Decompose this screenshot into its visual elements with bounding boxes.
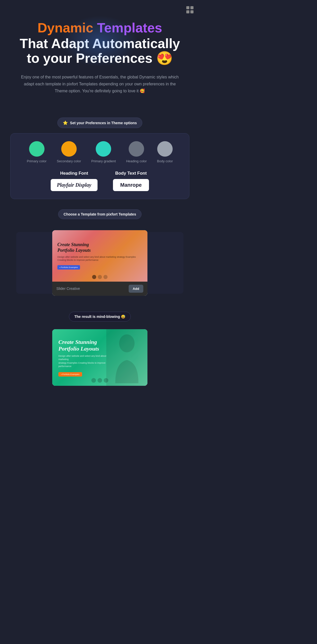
heading-font-title: Heading Font — [60, 171, 88, 176]
badge-label: Set your Preferences in Theme options — [70, 121, 137, 125]
heading-font-item: Heading Font Playfair Display — [51, 171, 98, 191]
preferences-badge-container: ⭐ Set your Preferences in Theme options — [0, 118, 200, 128]
result-template-card: Create StunningPortfolio Layouts Design … — [52, 329, 147, 386]
font-section: Heading Font Playfair Display Body Text … — [18, 171, 181, 191]
template-dots — [92, 275, 108, 279]
heading-color-label: Heading color — [126, 159, 147, 163]
template-preview-content: Create StunningPortfolio Layouts Design … — [57, 242, 142, 269]
result-dot-3 — [104, 378, 108, 383]
template-dot-2 — [98, 275, 102, 279]
result-badge: The result is mind-blowing 😅 — [69, 312, 131, 321]
template-badge-container: Choose a Template from pixfort Templates — [0, 209, 200, 219]
result-dots — [91, 378, 108, 383]
color-item-heading[interactable]: Heading color — [126, 141, 147, 163]
body-font-item: Body Text Font Manrope — [113, 171, 149, 191]
hero-description: Enjoy one of the most powerful features … — [20, 74, 180, 95]
template-name-label: Slider Creative — [56, 287, 80, 291]
color-item-primary-gradient[interactable]: Primary gradient — [91, 141, 116, 163]
template-right-card — [142, 232, 183, 294]
secondary-color-label: Secondary color — [57, 159, 81, 163]
logo — [185, 5, 195, 14]
result-dot-1 — [91, 378, 96, 383]
body-color-label: Body color — [157, 159, 173, 163]
result-preview-subtitle: Design after website and select any kind… — [58, 354, 110, 368]
template-footer: Slider Creative Add — [52, 282, 147, 296]
hero-title-line2: That Adapt Automatically — [10, 36, 189, 51]
color-item-primary[interactable]: Primary color — [27, 141, 47, 163]
template-section: Choose a Template from pixfort Templates… — [0, 209, 200, 299]
heading-color-swatch[interactable] — [129, 141, 144, 157]
heading-font-display: Playfair Display — [51, 179, 98, 191]
result-section: The result is mind-blowing 😅 Create — [0, 312, 200, 386]
badge-star-icon: ⭐ — [63, 120, 68, 125]
template-add-button[interactable]: Add — [129, 285, 143, 293]
primary-color-label: Primary color — [27, 159, 47, 163]
template-badge: Choose a Template from pixfort Templates — [58, 209, 142, 219]
template-carousel: Create StunningPortfolio Layouts Design … — [0, 227, 200, 299]
result-dot-2 — [98, 378, 102, 383]
hero-dynamic-text: Dynamic — [38, 20, 93, 35]
primary-gradient-swatch[interactable] — [96, 141, 111, 157]
hero-section: Dynamic Templates That Adapt Automatical… — [0, 0, 200, 118]
hero-templates-text: Templates — [97, 20, 162, 35]
hero-title-line1: Dynamic Templates — [10, 21, 189, 35]
result-preview-btn: • Portfolio Examples — [58, 372, 82, 377]
template-preview-subtitle: Design after website and select any kind… — [57, 255, 142, 262]
result-badge-container: The result is mind-blowing 😅 — [0, 312, 200, 321]
page-wrapper: Dynamic Templates That Adapt Automatical… — [0, 0, 200, 644]
template-dot-1 — [92, 275, 96, 279]
svg-rect-2 — [186, 10, 189, 13]
body-color-swatch[interactable] — [157, 141, 173, 157]
template-preview-area: Create StunningPortfolio Layouts Design … — [52, 230, 147, 282]
hero-title-line3: to your Preferences 😍 — [10, 51, 189, 66]
result-preview-title: Create StunningPortfolio Layouts — [58, 339, 110, 352]
template-preview-title: Create StunningPortfolio Layouts — [57, 242, 142, 253]
template-main-card[interactable]: Create StunningPortfolio Layouts Design … — [52, 230, 147, 296]
result-preview-wrapper: Create StunningPortfolio Layouts Design … — [0, 329, 200, 386]
body-font-display: Manrope — [113, 179, 149, 191]
preferences-badge: ⭐ Set your Preferences in Theme options — [57, 118, 142, 128]
colors-panel: Primary color Secondary color Primary gr… — [10, 133, 189, 199]
result-preview-area: Create StunningPortfolio Layouts Design … — [52, 329, 147, 386]
svg-rect-0 — [186, 6, 189, 9]
color-item-secondary[interactable]: Secondary color — [57, 141, 81, 163]
template-left-card — [16, 232, 57, 294]
template-dot-3 — [103, 275, 108, 279]
primary-color-swatch[interactable] — [29, 141, 45, 157]
result-preview-image — [106, 329, 147, 386]
primary-gradient-label: Primary gradient — [91, 159, 116, 163]
secondary-color-swatch[interactable] — [61, 141, 77, 157]
svg-rect-3 — [190, 10, 193, 13]
svg-point-4 — [119, 334, 135, 352]
template-preview-cta: • Portfolio Examples — [57, 265, 80, 270]
body-font-title: Body Text Font — [115, 171, 147, 176]
color-item-body[interactable]: Body color — [157, 141, 173, 163]
color-swatches-row: Primary color Secondary color Primary gr… — [18, 141, 181, 163]
result-preview-content: Create StunningPortfolio Layouts Design … — [58, 339, 110, 377]
svg-rect-1 — [190, 6, 193, 9]
